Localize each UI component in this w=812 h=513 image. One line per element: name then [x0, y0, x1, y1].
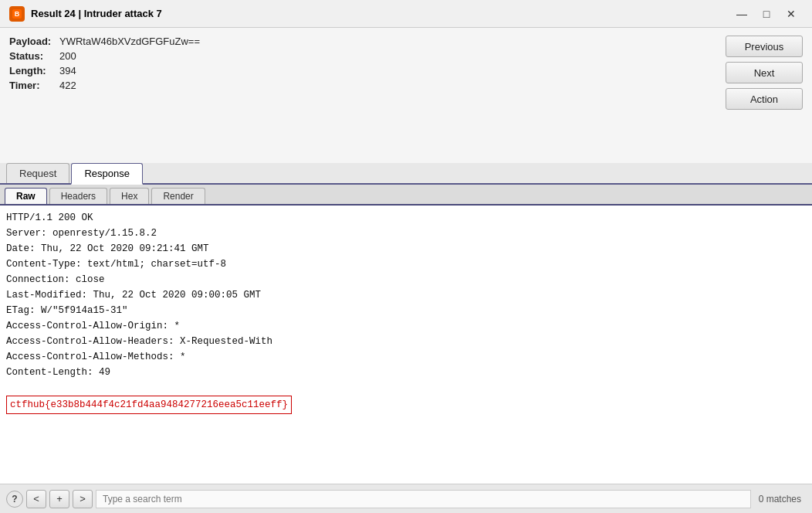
- search-matches: 0 matches: [754, 494, 806, 505]
- main-window: Payload:YWRtaW46bXVzdGFGFuZw==Status:200…: [0, 28, 812, 513]
- response-line: ETag: W/"5f914a15-31": [6, 303, 806, 318]
- response-line: Access-Control-Allow-Headers: X-Requeste…: [6, 334, 806, 349]
- search-bar: ? < + > 0 matches: [0, 484, 812, 513]
- response-line: ctfhub{e33b8b444f4c21fd4aa9484277216eea5…: [6, 396, 806, 414]
- tab-request[interactable]: Request: [6, 163, 69, 183]
- response-line: Server: openresty/1.15.8.2: [6, 226, 806, 241]
- response-content[interactable]: HTTP/1.1 200 OKServer: openresty/1.15.8.…: [0, 206, 812, 484]
- window-controls: — □ ✕: [730, 5, 803, 23]
- info-value: 394: [59, 65, 76, 76]
- info-panel: Payload:YWRtaW46bXVzdGFGFuZw==Status:200…: [0, 28, 812, 163]
- next-button[interactable]: Next: [726, 62, 803, 83]
- info-value: 200: [59, 50, 76, 62]
- info-value: YWRtaW46bXVzdGFGFuZw==: [59, 36, 200, 47]
- response-line: Date: Thu, 22 Oct 2020 09:21:41 GMT: [6, 241, 806, 256]
- response-line: Last-Modified: Thu, 22 Oct 2020 09:00:05…: [6, 287, 806, 303]
- previous-button[interactable]: Previous: [726, 36, 803, 57]
- search-next-button[interactable]: >: [73, 490, 93, 508]
- help-button[interactable]: ?: [6, 491, 23, 508]
- tab-render[interactable]: Render: [151, 188, 205, 204]
- response-line: Content-Type: text/html; charset=utf-8: [6, 256, 806, 272]
- close-button[interactable]: ✕: [780, 5, 803, 23]
- search-input[interactable]: [96, 490, 751, 508]
- tab-raw[interactable]: Raw: [5, 188, 47, 204]
- action-buttons: Previous Next Action: [726, 36, 803, 110]
- info-row: Status:200: [9, 50, 803, 62]
- response-line: Access-Control-Allow-Origin: *: [6, 318, 806, 334]
- search-prev-button[interactable]: <: [26, 490, 46, 508]
- info-label: Length:: [9, 65, 59, 76]
- info-label: Status:: [9, 50, 59, 62]
- minimize-button[interactable]: —: [730, 5, 753, 23]
- tab-headers[interactable]: Headers: [49, 188, 107, 204]
- response-line: HTTP/1.1 200 OK: [6, 210, 806, 226]
- window-title: Result 24 | Intruder attack 7: [31, 8, 730, 19]
- maximize-button[interactable]: □: [755, 5, 778, 23]
- info-row: Timer:422: [9, 80, 803, 91]
- response-line: Content-Length: 49: [6, 365, 806, 380]
- title-bar: B Result 24 | Intruder attack 7 — □ ✕: [0, 0, 812, 28]
- app-icon: B: [9, 6, 25, 22]
- tab-response[interactable]: Response: [71, 163, 143, 185]
- highlighted-response-line: ctfhub{e33b8b444f4c21fd4aa9484277216eea5…: [6, 396, 292, 414]
- action-button[interactable]: Action: [726, 88, 803, 110]
- tab-hex[interactable]: Hex: [110, 188, 149, 204]
- search-add-button[interactable]: +: [49, 490, 69, 508]
- info-fields: Payload:YWRtaW46bXVzdGFGFuZw==Status:200…: [9, 36, 803, 155]
- info-label: Timer:: [9, 80, 59, 91]
- info-row: Payload:YWRtaW46bXVzdGFGFuZw==: [9, 36, 803, 47]
- inner-tab-bar: Raw Headers Hex Render: [0, 185, 812, 206]
- info-label: Payload:: [9, 36, 59, 47]
- response-line: [6, 380, 806, 396]
- info-row: Length:394: [9, 65, 803, 76]
- info-value: 422: [59, 80, 76, 91]
- outer-tab-bar: Request Response: [0, 163, 812, 185]
- svg-text:B: B: [15, 10, 20, 18]
- response-line: Connection: close: [6, 272, 806, 287]
- response-line: Access-Control-Allow-Methods: *: [6, 349, 806, 365]
